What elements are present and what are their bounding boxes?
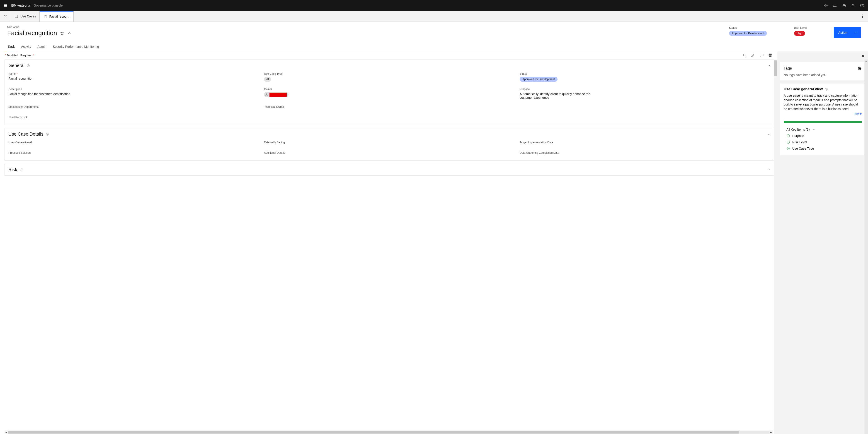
svg-point-9	[862, 17, 863, 18]
svg-point-8	[862, 16, 863, 16]
check-circle-icon	[786, 147, 790, 150]
legend: * Modified Required *	[5, 54, 34, 57]
tags-card: Tags ⊕ No tags have been added yet.	[780, 62, 865, 80]
favorite-icon[interactable]	[60, 31, 64, 35]
svg-line-11	[745, 56, 746, 56]
section-header-risk[interactable]: Risk	[5, 164, 774, 175]
scroll-thumb[interactable]	[774, 61, 777, 76]
field-uses-generative-ai: Uses Generative AI	[8, 141, 259, 145]
tabs-overflow[interactable]	[857, 11, 868, 22]
tags-title: Tags	[784, 66, 792, 70]
user-icon[interactable]	[851, 3, 855, 8]
tab-use-cases[interactable]: Use Cases	[11, 11, 40, 22]
header-meta: Status Approved for Development Risk Lev…	[729, 26, 861, 38]
info-icon[interactable]	[46, 133, 49, 136]
help-icon[interactable]	[860, 3, 864, 8]
check-circle-icon	[786, 134, 790, 138]
key-item-use-case-type[interactable]: Use Case Type	[784, 145, 862, 152]
section-header-details[interactable]: Use Case Details	[5, 128, 774, 140]
svg-point-1	[852, 4, 854, 5]
print-icon[interactable]	[768, 53, 772, 57]
status-badge: Approved for Development	[520, 77, 558, 82]
svg-rect-12	[769, 54, 771, 54]
scroll-left-arrow[interactable]: ◀	[4, 431, 8, 434]
grid-icon	[14, 14, 18, 18]
tab-activity[interactable]: Activity	[18, 42, 34, 51]
field-purpose: Purpose Automatically identify client to…	[520, 88, 771, 99]
field-third-party-link: Third Party Link	[8, 116, 259, 120]
svg-point-17	[28, 65, 29, 65]
key-item-risk-level[interactable]: Risk Level	[784, 139, 862, 145]
compass-icon[interactable]	[824, 3, 828, 8]
collapse-title-icon[interactable]	[67, 31, 71, 35]
field-name: Name * Facial recognition	[8, 72, 259, 82]
tab-label: Use Cases	[21, 14, 36, 18]
svg-point-18	[266, 94, 267, 94]
progress-bar	[784, 121, 862, 123]
home-tab[interactable]	[0, 11, 11, 22]
chevron-up-icon[interactable]	[768, 64, 771, 67]
sidebar-scrollbar[interactable]: ▲ ▼	[864, 60, 868, 434]
document-icon	[43, 15, 47, 18]
title-block: Use Case Facial recognition	[7, 25, 71, 37]
tab-security-performance[interactable]: Security Performance Monitoring	[50, 42, 102, 51]
info-icon[interactable]	[825, 88, 828, 91]
svg-point-29	[787, 141, 789, 143]
header-left: IBM watsonx | Governance console	[4, 4, 63, 7]
type-badge: AI	[264, 77, 271, 82]
close-sidebar-icon[interactable]: ✕	[861, 54, 865, 59]
svg-point-28	[787, 134, 789, 137]
overflow-icon	[862, 14, 863, 18]
page-title: Facial recognition	[7, 29, 57, 37]
info-icon[interactable]	[20, 168, 23, 171]
home-icon	[3, 14, 7, 18]
section-risk: Risk	[4, 164, 775, 176]
add-tag-button[interactable]: ⊕	[858, 66, 862, 71]
key-item-purpose[interactable]: Purpose	[784, 133, 862, 139]
action-button[interactable]: Action	[834, 27, 861, 38]
search-icon[interactable]	[742, 53, 746, 57]
field-stakeholder-departments: Stakeholder Departments	[8, 105, 259, 110]
chevron-down-icon	[854, 31, 857, 34]
chevron-up-icon[interactable]	[768, 133, 771, 136]
main-content: General Name * Facial recognition Use Ca…	[0, 60, 777, 434]
menu-icon[interactable]	[4, 4, 7, 7]
horizontal-scrollbar[interactable]: ◀ ▶	[4, 430, 773, 434]
field-target-implementation-date: Target Implementation Date	[520, 141, 771, 145]
tab-task[interactable]: Task	[4, 42, 18, 51]
header-right	[824, 3, 864, 8]
scroll-right-arrow[interactable]: ▶	[769, 431, 773, 434]
chevron-up-icon[interactable]	[768, 168, 771, 171]
tab-facial-recognition[interactable]: Facial recog…	[40, 11, 73, 22]
tags-empty-text: No tags have been added yet.	[784, 73, 862, 77]
section-header-general[interactable]: General	[5, 60, 774, 71]
breadcrumb: Use Case	[7, 25, 71, 29]
svg-point-0	[843, 5, 845, 6]
svg-point-30	[787, 147, 789, 150]
owner-chip[interactable]	[264, 92, 288, 97]
vertical-scrollbar[interactable]	[774, 60, 777, 434]
global-header: IBM watsonx | Governance console	[0, 0, 868, 11]
edit-icon[interactable]	[751, 53, 755, 57]
notification-icon[interactable]	[833, 3, 837, 8]
comment-icon[interactable]	[760, 53, 764, 57]
main-area: General Name * Facial recognition Use Ca…	[0, 60, 868, 434]
info-icon[interactable]	[27, 64, 30, 67]
scroll-thumb[interactable]	[8, 431, 739, 434]
general-view-desc: A use case is meant to track and capture…	[784, 94, 862, 111]
general-view-title: Use Case general view	[784, 87, 823, 91]
field-data-gathering-date: Data Gathering Completion Date	[520, 151, 771, 156]
toolbar-row: * Modified Required *	[0, 52, 777, 59]
key-items-toggle[interactable]: All Key Items (3)	[784, 126, 862, 133]
settings-icon[interactable]	[842, 3, 846, 8]
tab-label: Facial recog…	[49, 15, 69, 18]
person-icon	[265, 93, 268, 96]
more-link[interactable]: more	[855, 111, 862, 115]
owner-redacted	[270, 93, 287, 97]
status-meta: Status Approved for Development	[729, 26, 767, 36]
field-additional-details: Additional Details	[264, 151, 515, 156]
svg-point-7	[862, 14, 863, 15]
status-badge: Approved for Development	[729, 31, 767, 36]
svg-rect-4	[15, 15, 18, 18]
tab-admin[interactable]: Admin	[34, 42, 50, 51]
